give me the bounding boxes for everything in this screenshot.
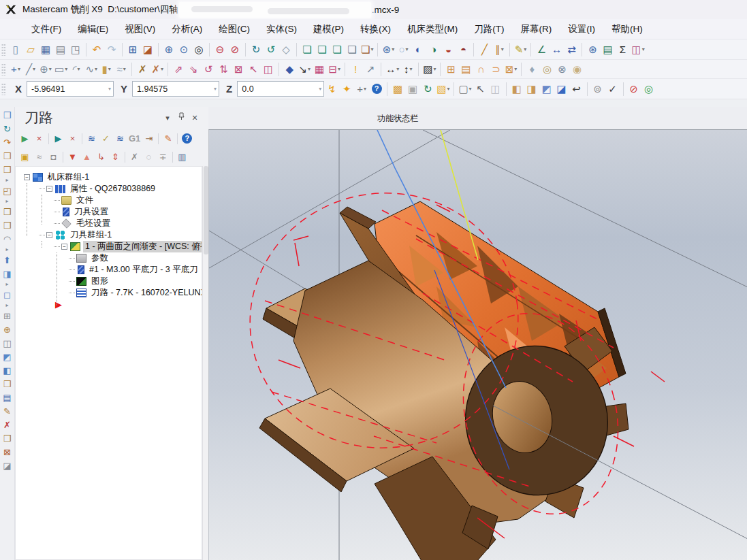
tree-item-label[interactable]: 参数	[89, 252, 110, 264]
menu-item-6[interactable]: 建模(P)	[305, 20, 352, 38]
selection-box-dropdown-icon[interactable]: ▾	[469, 86, 472, 92]
shade-hidden-icon[interactable]: ◑	[426, 42, 441, 58]
analyze-distance-icon[interactable]: ↔	[549, 42, 564, 58]
select-all-operations-icon[interactable]: ▶	[18, 131, 32, 146]
display-tool-icon[interactable]: ∓	[156, 150, 170, 165]
solid-select-last-icon[interactable]: ◪	[554, 81, 569, 97]
solids-boolean-icon[interactable]: ◆	[282, 61, 297, 78]
zoom-window-icon[interactable]: ⊕	[161, 42, 176, 58]
select-arrow-icon[interactable]: ↖	[473, 81, 488, 97]
menu-item-4[interactable]: 绘图(C)	[210, 20, 258, 38]
zoom-out-80-icon[interactable]: ⊘	[227, 42, 242, 58]
only-display-selected-icon[interactable]: ✗	[127, 150, 142, 165]
tree-row[interactable]: −机床群组-1	[16, 171, 202, 183]
unselect-all-operations-icon[interactable]: ×	[32, 131, 46, 146]
break-icon[interactable]: ✗▾	[150, 61, 165, 78]
tree-item-label[interactable]: 文件	[74, 195, 95, 206]
regenerate-all-icon[interactable]: ≋	[84, 131, 99, 146]
sidebar-select-corner-icon[interactable]: ◩	[1, 350, 14, 363]
interrupt-icon[interactable]: ⊘	[626, 81, 641, 97]
surface-trim-icon[interactable]: ⊠▾	[503, 61, 518, 78]
fit-screen-icon[interactable]: ⊞	[125, 42, 140, 58]
layout-icon[interactable]: ◫▾	[630, 42, 646, 58]
tree-row[interactable]: 毛坯设置	[16, 218, 202, 229]
tree-item-label[interactable]: 机床群组-1	[46, 171, 91, 183]
menu-item-11[interactable]: 设置(I)	[560, 20, 603, 38]
surface-flat-icon[interactable]: ▤	[458, 61, 473, 78]
repaint-icon[interactable]: ◪	[140, 42, 155, 58]
menu-item-0[interactable]: 文件(F)	[23, 20, 69, 38]
undo-selection-icon[interactable]: ↩	[569, 81, 584, 97]
sidebar-expander-icon[interactable]: ▸	[5, 281, 8, 288]
axis-snap-icon[interactable]: +▾	[354, 81, 369, 97]
sidebar-wcs-cube-1-icon[interactable]: ❒	[1, 205, 14, 218]
dim-vertical-icon[interactable]: ↕▾	[400, 61, 415, 78]
solid-select-body-icon[interactable]: ◨	[524, 81, 539, 97]
ghost-operations-icon[interactable]: ◘	[46, 150, 61, 165]
xform-stretch-icon[interactable]: ↖	[246, 61, 261, 78]
analyze-chain-icon[interactable]: ⇄	[564, 42, 579, 58]
unselect-ops-by-tool-icon[interactable]: ×	[65, 131, 80, 146]
scroll-insert-icon[interactable]: ⇕	[108, 150, 123, 165]
gview-front-icon[interactable]: ❏	[315, 42, 330, 58]
x-coord-input[interactable]	[31, 84, 108, 94]
save-icon[interactable]: ▦	[38, 42, 53, 58]
toggle-toolpath-display-icon[interactable]: ≈	[32, 150, 46, 165]
analyze-entity-icon[interactable]: ∠	[534, 42, 549, 58]
sidebar-expander-icon[interactable]: ▸	[5, 198, 8, 205]
create-point-icon[interactable]: +▾	[8, 61, 23, 78]
dim-vertical-dropdown-icon[interactable]: ▾	[409, 66, 412, 72]
toolbar-grip[interactable]	[1, 44, 6, 56]
menu-item-12[interactable]: 帮助(H)	[603, 20, 651, 38]
xform-project-icon[interactable]: ⇅	[216, 61, 231, 78]
gview-normal-icon[interactable]: ↘▾	[297, 61, 312, 78]
open-file-icon[interactable]: ▱	[23, 42, 38, 58]
statistics-sigma-icon[interactable]: Σ	[615, 42, 630, 58]
selection-box-icon[interactable]: ▢▾	[457, 81, 473, 97]
z-coord-dropdown-icon[interactable]: ▾	[319, 86, 321, 92]
zoom-out-icon[interactable]: ⊖	[212, 42, 227, 58]
verify-selected-icon[interactable]: ✓	[99, 131, 113, 146]
sidebar-pencil-cube-icon[interactable]: ✎	[1, 405, 14, 418]
create-circle-icon[interactable]: ⊕▾	[38, 61, 53, 78]
trim-icon[interactable]: ✗	[135, 61, 150, 78]
tree-row[interactable]: 图形	[16, 276, 202, 287]
tree-expander-icon[interactable]: −	[24, 174, 30, 180]
redo-icon[interactable]: ↷	[104, 42, 119, 58]
create-point-dropdown-icon[interactable]: ▾	[18, 66, 20, 72]
sidebar-plane-select-icon[interactable]: ❒	[1, 109, 14, 122]
create-surface-icon[interactable]: ≈▾	[114, 61, 129, 78]
menu-item-3[interactable]: 分析(A)	[163, 20, 210, 38]
zoom-dynamic-icon[interactable]: ⊙	[176, 42, 191, 58]
create-rectangle-dropdown-icon[interactable]: ▾	[65, 66, 67, 72]
create-line-icon[interactable]: ╱▾	[23, 61, 38, 78]
refresh-selection-icon[interactable]: ↻	[420, 81, 435, 97]
tree-item-label[interactable]: 刀路 - 7.7K - 160702-YELUNXIAO.I	[89, 287, 202, 299]
shade-shaded-icon[interactable]: ◒	[441, 42, 456, 58]
sidebar-sketch-curve-icon[interactable]: ↷	[1, 136, 14, 149]
sidebar-gview-cube-2-icon[interactable]: ◰	[1, 184, 14, 197]
autocursor-lightning-icon[interactable]: ↯	[324, 81, 339, 97]
menu-item-7[interactable]: 转换(X)	[352, 20, 399, 38]
quick-mask-dropdown-icon[interactable]: ▾	[447, 86, 449, 92]
create-fillet-dropdown-icon[interactable]: ▾	[78, 66, 80, 72]
create-line-dropdown-icon[interactable]: ▾	[33, 66, 35, 72]
menu-item-8[interactable]: 机床类型(M)	[399, 20, 466, 38]
sidebar-cplane-cube-icon[interactable]: ❒	[1, 150, 14, 163]
machine-sim-icon[interactable]: ♦	[524, 61, 539, 78]
sidebar-expander-icon[interactable]: ▸	[5, 302, 8, 309]
tree-row[interactable]: −刀具群组-1	[16, 229, 202, 241]
create-fillet-icon[interactable]: ◜▾	[69, 61, 84, 78]
print-preview-icon[interactable]: ◳	[68, 42, 83, 58]
dim-horizontal-dropdown-icon[interactable]: ▾	[396, 66, 399, 72]
tree-insert-arrow-row[interactable]: ▶	[16, 299, 202, 310]
gview-side-icon[interactable]: ❏	[330, 42, 345, 58]
tree-item-label[interactable]: 1 - 两曲面之间渐变 - [WCS: 俯视图]	[83, 241, 202, 252]
tree-item-label[interactable]: 图形	[89, 276, 110, 287]
axis-snap-dropdown-icon[interactable]: ▾	[364, 86, 366, 92]
move-insert-down-icon[interactable]: ▼	[65, 150, 80, 165]
sidebar-zoom-cube-icon[interactable]: ⊕	[1, 323, 14, 336]
ok-accept-icon[interactable]: ◎	[641, 81, 656, 97]
create-cylinder-dropdown-icon[interactable]: ▾	[108, 66, 111, 72]
view-sheet-icon[interactable]: ◇	[279, 42, 293, 58]
